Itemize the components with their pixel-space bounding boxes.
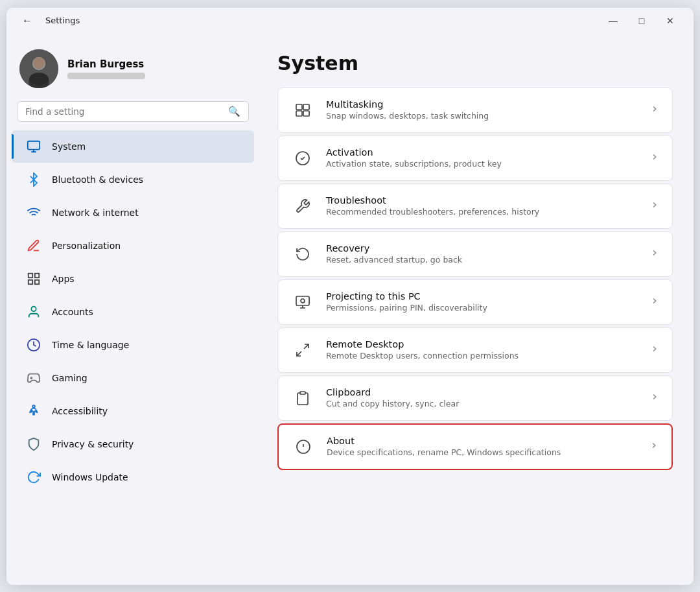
svg-rect-21 — [303, 111, 309, 116]
remote-desktop-setting-icon — [291, 338, 314, 362]
svg-point-11 — [31, 306, 36, 311]
time-icon — [25, 336, 43, 354]
projecting-name: Projecting to this PC — [326, 291, 638, 302]
network-icon — [25, 204, 43, 222]
svg-rect-23 — [296, 296, 309, 305]
clipboard-name: Clipboard — [326, 387, 638, 397]
sidebar-item-label-gaming: Gaming — [52, 373, 88, 383]
about-desc: Device specifications, rename PC, Window… — [327, 447, 638, 457]
sidebar-item-privacy[interactable]: Privacy & security — [12, 428, 254, 460]
projecting-chevron-icon — [650, 296, 659, 307]
sidebar-item-label-network: Network & internet — [52, 207, 139, 218]
user-subtitle — [67, 73, 145, 79]
setting-item-recovery[interactable]: RecoveryReset, advanced startup, go back — [277, 231, 673, 277]
multitasking-chevron-icon — [650, 104, 659, 115]
sidebar-item-apps[interactable]: Apps — [12, 263, 254, 295]
recovery-desc: Reset, advanced startup, go back — [326, 255, 638, 265]
search-box[interactable]: 🔍 — [17, 101, 249, 122]
user-info: Brian Burgess — [67, 58, 145, 79]
projecting-setting-icon — [291, 290, 314, 314]
sidebar-item-system[interactable]: System — [12, 130, 254, 163]
avatar — [19, 49, 58, 88]
svg-rect-9 — [35, 279, 39, 283]
titlebar-controls: — □ ✕ — [600, 10, 683, 31]
projecting-desc: Permissions, pairing PIN, discoverabilit… — [326, 303, 638, 313]
svg-point-4 — [33, 57, 45, 69]
page-title: System — [277, 52, 673, 75]
minimize-button[interactable]: — — [600, 10, 626, 31]
setting-item-about[interactable]: AboutDevice specifications, rename PC, W… — [277, 423, 673, 470]
sidebar-item-time[interactable]: Time & language — [12, 329, 254, 361]
system-icon — [25, 137, 43, 156]
about-chevron-icon — [649, 441, 659, 452]
titlebar: ← Settings — □ ✕ — [6, 8, 694, 34]
titlebar-left: ← Settings — [17, 12, 80, 29]
troubleshoot-setting-icon — [291, 195, 314, 218]
user-section: Brian Burgess — [6, 39, 259, 101]
bluetooth-icon — [25, 171, 43, 189]
troubleshoot-desc: Recommended troubleshooters, preferences… — [326, 207, 638, 217]
recovery-chevron-icon — [650, 248, 659, 259]
sidebar-item-gaming[interactable]: Gaming — [12, 362, 254, 394]
accessibility-icon — [25, 402, 43, 420]
sidebar-item-personalization[interactable]: Personalization — [12, 230, 254, 262]
privacy-icon — [25, 435, 43, 453]
sidebar-item-bluetooth[interactable]: Bluetooth & devices — [12, 163, 254, 196]
sidebar-item-label-time: Time & language — [52, 340, 129, 350]
svg-line-25 — [304, 344, 309, 349]
about-name: About — [327, 436, 638, 446]
multitasking-desc: Snap windows, desktops, task switching — [326, 111, 638, 121]
settings-list: MultitaskingSnap windows, desktops, task… — [277, 88, 673, 470]
svg-rect-19 — [303, 104, 309, 110]
sidebar-item-accounts[interactable]: Accounts — [12, 296, 254, 328]
svg-rect-27 — [300, 392, 305, 394]
setting-item-clipboard[interactable]: ClipboardCut and copy history, sync, cle… — [277, 375, 673, 421]
svg-rect-8 — [35, 273, 39, 277]
setting-item-activation[interactable]: ActivationActivation state, subscription… — [277, 136, 673, 181]
search-input[interactable] — [25, 106, 223, 117]
troubleshoot-chevron-icon — [650, 200, 659, 211]
setting-item-remote-desktop[interactable]: Remote DesktopRemote Desktop users, conn… — [277, 327, 673, 373]
sidebar-item-label-personalization: Personalization — [52, 241, 121, 251]
sidebar-item-label-accounts: Accounts — [52, 307, 93, 317]
sidebar-item-label-apps: Apps — [52, 274, 75, 284]
activation-desc: Activation state, subscriptions, product… — [326, 159, 638, 169]
back-button[interactable]: ← — [17, 12, 38, 29]
setting-item-multitasking[interactable]: MultitaskingSnap windows, desktops, task… — [277, 88, 673, 133]
about-setting-icon — [292, 435, 315, 458]
main-content: System MultitaskingSnap windows, desktop… — [259, 34, 694, 585]
recovery-text: RecoveryReset, advanced startup, go back — [326, 243, 638, 265]
troubleshoot-name: Troubleshoot — [326, 195, 638, 206]
svg-point-24 — [301, 299, 305, 303]
setting-item-troubleshoot[interactable]: TroubleshootRecommended troubleshooters,… — [277, 184, 673, 229]
sidebar-item-network[interactable]: Network & internet — [12, 196, 254, 229]
sidebar-item-update[interactable]: Windows Update — [12, 461, 254, 493]
troubleshoot-text: TroubleshootRecommended troubleshooters,… — [326, 195, 638, 217]
recovery-setting-icon — [291, 243, 314, 266]
remote-desktop-chevron-icon — [650, 344, 659, 355]
svg-rect-18 — [296, 104, 302, 110]
svg-rect-6 — [28, 141, 40, 149]
close-button[interactable]: ✕ — [657, 10, 683, 31]
activation-text: ActivationActivation state, subscription… — [326, 147, 638, 169]
sidebar-item-label-privacy: Privacy & security — [52, 439, 134, 449]
svg-rect-7 — [29, 273, 32, 277]
apps-icon — [25, 270, 43, 288]
sidebar-item-accessibility[interactable]: Accessibility — [12, 395, 254, 427]
content-area: Brian Burgess 🔍 SystemBluetooth & device… — [6, 34, 694, 585]
recovery-name: Recovery — [326, 243, 638, 254]
gaming-icon — [25, 369, 43, 387]
remote-desktop-name: Remote Desktop — [326, 339, 638, 349]
sidebar-item-label-bluetooth: Bluetooth & devices — [52, 174, 143, 185]
sidebar-item-label-update: Windows Update — [52, 472, 128, 482]
remote-desktop-text: Remote DesktopRemote Desktop users, conn… — [326, 339, 638, 361]
svg-point-17 — [32, 405, 35, 407]
clipboard-chevron-icon — [650, 392, 659, 403]
activation-chevron-icon — [650, 152, 659, 163]
clipboard-desc: Cut and copy history, sync, clear — [326, 399, 638, 408]
nav-list: SystemBluetooth & devicesNetwork & inter… — [6, 130, 259, 494]
activation-setting-icon — [291, 147, 314, 170]
search-icon: 🔍 — [228, 106, 240, 117]
maximize-button[interactable]: □ — [629, 10, 655, 31]
setting-item-projecting[interactable]: Projecting to this PCPermissions, pairin… — [277, 279, 673, 325]
